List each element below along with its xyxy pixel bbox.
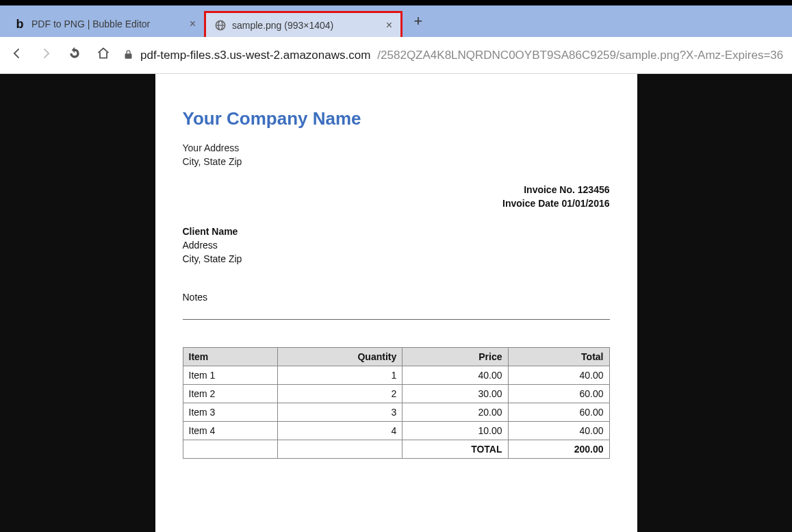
tab-title: sample.png (993×1404) bbox=[232, 20, 381, 31]
invoice-date-label: Invoice Date bbox=[502, 198, 561, 209]
company-address-line2: City, State Zip bbox=[183, 155, 610, 169]
col-total: Total bbox=[508, 348, 609, 366]
cell-qty: 4 bbox=[277, 422, 402, 440]
client-address-line1: Address bbox=[183, 239, 610, 253]
col-item: Item bbox=[183, 348, 277, 366]
tab-bubble-editor[interactable]: b PDF to PNG | Bubble Editor × bbox=[5, 11, 204, 37]
col-qty: Quantity bbox=[277, 348, 402, 366]
cell-price: 10.00 bbox=[403, 422, 508, 440]
cell-item: Item 4 bbox=[183, 422, 277, 440]
divider bbox=[183, 319, 610, 320]
browser-chrome: b PDF to PNG | Bubble Editor × sample.pn… bbox=[0, 0, 792, 74]
notes-label: Notes bbox=[183, 292, 610, 303]
table-header-row: Item Quantity Price Total bbox=[183, 348, 609, 366]
table-row: Item 1140.0040.00 bbox=[183, 366, 609, 385]
browser-toolbar: pdf-temp-files.s3.us-west-2.amazonaws.co… bbox=[0, 37, 792, 74]
cell-item: Item 2 bbox=[183, 385, 277, 403]
company-address-line1: Your Address bbox=[183, 142, 610, 155]
cell-total: 40.00 bbox=[508, 366, 609, 385]
cell-total: 60.00 bbox=[508, 403, 609, 422]
cell-qty: 2 bbox=[277, 385, 402, 403]
cell-qty: 3 bbox=[277, 403, 402, 422]
lock-icon bbox=[123, 49, 133, 62]
url-path: /2582QZA4K8LNQRDNC0OYBT9SA86C9259/sample… bbox=[377, 49, 784, 62]
company-address: Your Address City, State Zip bbox=[183, 142, 610, 168]
back-button[interactable] bbox=[8, 47, 26, 64]
cell-price: 20.00 bbox=[403, 403, 508, 422]
tab-strip: b PDF to PNG | Bubble Editor × sample.pn… bbox=[0, 0, 792, 37]
cell-total: 60.00 bbox=[508, 385, 609, 403]
reload-button[interactable] bbox=[66, 47, 84, 64]
close-icon[interactable]: × bbox=[190, 18, 196, 30]
invoice-table: Item Quantity Price Total Item 1140.0040… bbox=[183, 347, 610, 459]
client-address-line2: City, State Zip bbox=[183, 253, 610, 266]
page-viewport[interactable]: Your Company Name Your Address City, Sta… bbox=[0, 74, 792, 532]
forward-button bbox=[37, 47, 55, 64]
address-bar[interactable]: pdf-temp-files.s3.us-west-2.amazonaws.co… bbox=[123, 49, 784, 62]
close-icon[interactable]: × bbox=[386, 19, 392, 31]
table-row: Item 4410.0040.00 bbox=[183, 422, 609, 440]
client-name: Client Name bbox=[183, 225, 610, 239]
cell-item: Item 1 bbox=[183, 366, 277, 385]
col-price: Price bbox=[403, 348, 508, 366]
cell-total: 40.00 bbox=[508, 422, 609, 440]
cell-price: 40.00 bbox=[403, 366, 508, 385]
invoice-no: 123456 bbox=[578, 184, 610, 195]
new-tab-button[interactable]: + bbox=[408, 11, 429, 31]
url-host: pdf-temp-files.s3.us-west-2.amazonaws.co… bbox=[140, 49, 370, 62]
cell-price: 30.00 bbox=[403, 385, 508, 403]
invoice-date: 01/01/2016 bbox=[561, 198, 609, 209]
invoice-no-label: Invoice No. bbox=[524, 184, 578, 195]
company-name: Your Company Name bbox=[183, 108, 610, 129]
tab-title: PDF to PNG | Bubble Editor bbox=[31, 18, 184, 29]
invoice-meta: Invoice No. 123456 Invoice Date 01/01/20… bbox=[183, 183, 610, 210]
total-value: 200.00 bbox=[508, 440, 609, 459]
table-row: Item 3320.0060.00 bbox=[183, 403, 609, 422]
table-row: Item 2230.0060.00 bbox=[183, 385, 609, 403]
cell-qty: 1 bbox=[277, 366, 402, 385]
total-label: TOTAL bbox=[403, 440, 508, 459]
cell-empty bbox=[183, 440, 277, 459]
home-button[interactable] bbox=[94, 47, 112, 64]
globe-favicon bbox=[214, 19, 227, 31]
bubble-favicon: b bbox=[14, 18, 26, 30]
cell-empty bbox=[277, 440, 402, 459]
table-total-row: TOTAL200.00 bbox=[183, 440, 609, 459]
tab-sample-png[interactable]: sample.png (993×1404) × bbox=[204, 11, 403, 37]
invoice-document: Your Company Name Your Address City, Sta… bbox=[155, 74, 637, 532]
cell-item: Item 3 bbox=[183, 403, 277, 422]
client-block: Client Name Address City, State Zip bbox=[183, 225, 610, 266]
